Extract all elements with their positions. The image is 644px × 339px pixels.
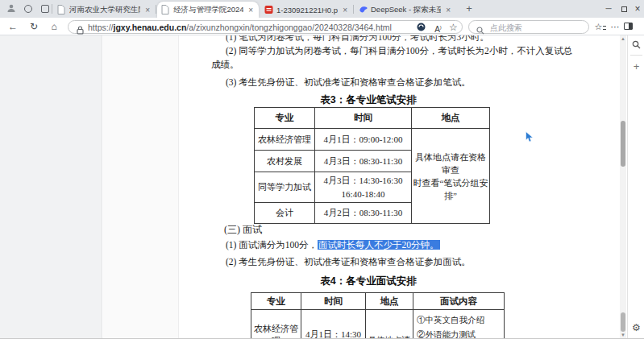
read-aloud-button[interactable]: A)	[432, 22, 444, 34]
major-cell: 农林经济管理	[251, 310, 301, 339]
table4-title: 表4：各专业面试安排	[195, 275, 542, 288]
read-aloud-sup: )	[440, 25, 442, 30]
settings-more-icon[interactable]: ⋯	[609, 21, 621, 34]
scroll-up-icon[interactable]: ▲	[620, 35, 626, 43]
maximize-icon	[621, 6, 627, 12]
hub-star: ☆	[595, 22, 603, 31]
time-cell: 4月1日：09:00-12:00	[315, 129, 412, 151]
table3-header-major: 专业	[255, 108, 315, 129]
tab-pdf[interactable]: 1-230921221H0.pdf ×	[260, 2, 353, 18]
search-placeholder: 点此搜索	[490, 23, 522, 34]
page-content: (1) 笔试为闭卷考试，每门科目满分为100分，考试时长为3小时。 (2) 同等…	[0, 35, 644, 339]
location-cell: 具体地点请在资	[366, 310, 413, 339]
time-line2: 16:40-18:40	[315, 188, 411, 201]
page-icon	[161, 5, 170, 14]
pdf-icon	[264, 5, 273, 14]
mouse-cursor	[525, 131, 535, 147]
table-row: 农林经济管理 4月1日：14:30 具体地点请在资 ①中英文自我介绍 ②外语能力…	[251, 310, 505, 339]
browser-toolbar: ← ↻ ⌂ https://jgxy.henau.edu.cn/a/zixunz…	[0, 18, 644, 35]
written-exam-table: 专业 时间 地点 农林经济管理 4月1日：09:00-12:00 具体地点请在资…	[254, 107, 490, 224]
table4-header-major: 专业	[251, 293, 301, 310]
interview-content-line2: ②外语能力测试	[417, 328, 502, 339]
tab-divider	[353, 5, 354, 14]
url-domain: jgxy.henau.edu.cn	[114, 23, 187, 32]
sidebar-settings-gear-icon[interactable]: ⚙	[630, 322, 642, 334]
tab-title: 经济与管理学院2024年硕士研究…	[173, 5, 243, 15]
time-cell: 4月1日：14:30	[301, 310, 366, 339]
split-screen-fill	[629, 23, 632, 29]
tab-title: 河南农业大学研究生院	[69, 5, 140, 15]
tab-economics-college-active[interactable]: 经济与管理学院2024年硕士研究… ×	[157, 2, 259, 18]
home-button[interactable]: ⌂	[48, 20, 60, 33]
tab-close-icon[interactable]: ×	[143, 6, 152, 14]
address-bar[interactable]: https://jgxy.henau.edu.cn/a/zixunzhongxi…	[68, 20, 463, 34]
split-screen-icon[interactable]	[624, 23, 633, 30]
search-box[interactable]: 点此搜索	[468, 20, 589, 34]
location-line1: 具体地点请在资格审查	[412, 151, 489, 176]
sidebar-add-icon[interactable]: +	[630, 60, 642, 72]
table3-header-location: 地点	[412, 108, 490, 129]
paragraph-2-continued: 成绩。	[211, 59, 239, 71]
scrollbar-lower-block[interactable]	[621, 312, 625, 332]
title-bar: 河南农业大学研究生院 × 经济与管理学院2024年硕士研究… × 1-23092…	[0, 0, 644, 18]
location-cell: 具体地点请在资格审查 时查看“笔试分组安排”	[412, 129, 490, 224]
browser-essentials-icon[interactable]	[415, 23, 427, 35]
edge-sidebar: + ⚙	[627, 35, 644, 339]
time-cell: 4月3日：14:30-16:30 16:40-18:40	[315, 172, 412, 203]
favorites-hub-icon[interactable]: ☆	[594, 21, 607, 34]
vertical-scrollbar[interactable]: ▲ ▼	[620, 35, 626, 339]
profile-icon[interactable]	[6, 3, 17, 14]
workspaces-icon[interactable]	[24, 5, 32, 13]
sidebar-divider	[630, 55, 642, 56]
page-left-margin	[0, 35, 102, 339]
page-icon	[57, 5, 66, 14]
tab-deepseek[interactable]: DeepSeek - 探索未至之境 ×	[355, 2, 456, 18]
section-heading-interview: (三) 面试	[224, 223, 262, 237]
url-path: /a/zixunzhongxin/tongzhigonggao/20240328…	[186, 23, 392, 32]
url-text[interactable]: https://jgxy.henau.edu.cn/a/zixunzhongxi…	[88, 23, 392, 32]
table3-header-time: 时间	[315, 108, 412, 129]
tab-divider	[156, 5, 156, 14]
interview-content-line1: ①中英文自我介绍	[417, 313, 502, 328]
interview-table: 专业 时间 地点 面试内容 农林经济管理 4月1日：14:30 具体地点请在资 …	[251, 292, 505, 339]
major-cell: 农林经济管理	[255, 129, 315, 151]
selected-text-highlight: 面试时长每人不少于20分钟。	[318, 240, 440, 250]
article-gutter	[103, 35, 179, 339]
tab-henau-graduate[interactable]: 河南农业大学研究生院 ×	[53, 2, 156, 18]
time-cell: 4月3日：08:30-11:30	[315, 151, 412, 172]
sidebar-search-icon[interactable]	[630, 40, 642, 52]
major-cell: 会计	[255, 203, 315, 224]
interview-rule-2: (2) 考生凭身份证、初试准考证和资格审查合格证参加面试。	[226, 256, 471, 268]
major-cell: 农村发展	[255, 151, 315, 172]
read-aloud-label: A	[434, 25, 440, 34]
paragraph-2: (2) 同等学力加试为闭卷考试，每门科目满分100分，考试时长为2小时，不计入复…	[226, 45, 572, 57]
paragraph-3: (3) 考生凭身份证、初试准考证和资格审查合格证参加笔试。	[226, 76, 471, 89]
table4-header-content: 面试内容	[413, 293, 505, 310]
favorite-star-icon[interactable]: ☆	[447, 22, 459, 34]
refresh-button[interactable]: ↻	[27, 20, 40, 33]
table4-header-time: 时间	[301, 293, 366, 310]
minimize-button[interactable]: ─	[601, 0, 616, 18]
scroll-down-icon[interactable]: ▼	[620, 332, 626, 339]
interview-content-cell: ①中英文自我介绍 ②外语能力测试	[413, 310, 505, 339]
paragraph-partial: (1) 笔试为闭卷考试，每门科目满分为100分，考试时长为3小时。	[226, 35, 564, 43]
browser-window: 河南农业大学研究生院 × 经济与管理学院2024年硕士研究… × 1-23092…	[0, 0, 644, 339]
tab-close-icon[interactable]: ×	[341, 6, 349, 14]
tab-title: DeepSeek - 探索未至之境	[371, 5, 441, 15]
tab-close-icon[interactable]: ×	[247, 6, 255, 14]
maximize-button[interactable]	[617, 0, 631, 18]
url-scheme: https://	[88, 23, 114, 32]
scrollbar-thumb[interactable]	[621, 121, 625, 167]
back-button[interactable]: ←	[6, 20, 19, 33]
new-tab-button[interactable]: +	[463, 2, 476, 15]
table4-header-location: 地点	[366, 293, 413, 310]
deepseek-icon	[359, 5, 368, 14]
major-cell: 同等学力加试	[255, 172, 315, 203]
location-line2: 时查看“笔试分组安排”	[412, 176, 489, 202]
tab-divider	[52, 4, 52, 14]
tab-close-icon[interactable]: ×	[444, 6, 452, 14]
vertical-tabs-icon[interactable]	[41, 5, 49, 13]
hub-lines	[603, 26, 606, 30]
close-window-button[interactable]: ×	[630, 0, 644, 18]
interview-rule-1: (1) 面试满分为100分，面试时长每人不少于20分钟。	[226, 239, 440, 251]
